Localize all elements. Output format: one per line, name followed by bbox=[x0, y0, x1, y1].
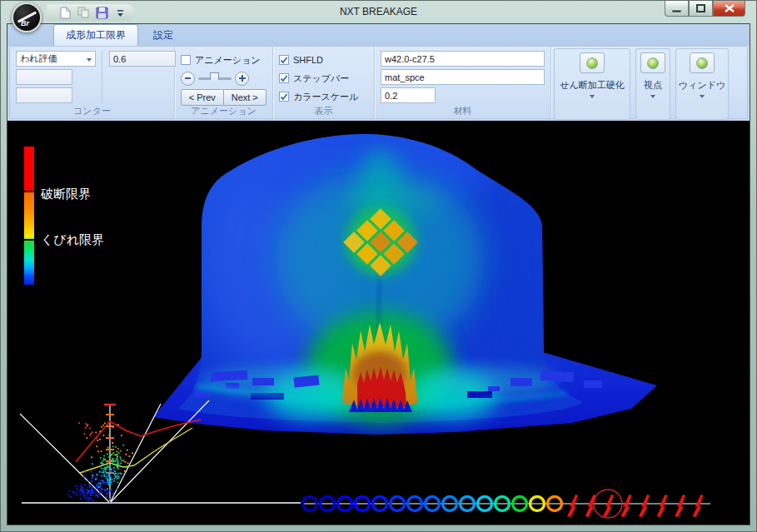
contour-shading bbox=[195, 131, 602, 425]
animation-slider-thumb[interactable] bbox=[210, 72, 219, 84]
legend-label-fracture: 破断限界 bbox=[40, 186, 91, 201]
contour-threshold-field[interactable] bbox=[109, 51, 176, 67]
colorscale-checkbox-label: カラースケール bbox=[293, 91, 358, 103]
next-step-button[interactable]: Next > bbox=[224, 89, 267, 106]
color-scale-legend: 破断限界 くびれ限界 bbox=[24, 147, 104, 285]
app-window: NXT BREAKAGE Br bbox=[0, 0, 757, 532]
chevron-down-icon bbox=[700, 95, 705, 98]
material-thickness-field[interactable] bbox=[381, 87, 436, 103]
title-bar[interactable]: NXT BREAKAGE Br bbox=[1, 1, 756, 23]
shfld-checkbox-label: SHFLD bbox=[293, 55, 323, 65]
chevron-down-icon bbox=[590, 95, 595, 98]
3d-viewport[interactable]: 破断限界 くびれ限界 bbox=[7, 121, 750, 525]
shfld-checkbox[interactable] bbox=[279, 55, 289, 65]
app-logo-text: Br bbox=[21, 19, 29, 27]
crack-step-icon[interactable] bbox=[657, 495, 668, 517]
step-bar[interactable] bbox=[302, 490, 710, 518]
crack-step-icon[interactable] bbox=[675, 495, 685, 517]
tool-label: せん断加工硬化 bbox=[560, 79, 625, 92]
legend-gradient-bar bbox=[24, 147, 34, 285]
contour-empty-field-1[interactable] bbox=[16, 69, 72, 85]
animation-speed-minus-button[interactable] bbox=[181, 72, 195, 86]
save-icon[interactable] bbox=[95, 6, 108, 19]
quick-access-toolbar bbox=[46, 3, 136, 22]
crack-step-icon[interactable] bbox=[639, 495, 650, 517]
deformed-part-surface[interactable] bbox=[153, 131, 657, 435]
scene-svg[interactable]: 破断限界 くびれ限界 bbox=[7, 121, 751, 526]
group-label-display: 表示 bbox=[273, 105, 374, 117]
prev-step-button[interactable]: < Prev bbox=[181, 89, 224, 106]
contour-empty-field-2[interactable] bbox=[16, 87, 72, 103]
tab-settings[interactable]: 設定 bbox=[142, 25, 185, 46]
tool-button-face[interactable] bbox=[640, 52, 665, 73]
tool-button-face[interactable] bbox=[690, 52, 715, 73]
stepbar-checkbox-label: ステップバー bbox=[293, 72, 349, 85]
animation-speed-plus-button[interactable] bbox=[235, 72, 249, 86]
ribbon: 成形加工限界 設定 われ評価 bbox=[7, 24, 750, 121]
tool-label: ウィンドウ bbox=[679, 79, 725, 92]
qat-dropdown-icon[interactable] bbox=[113, 6, 127, 19]
chevron-down-icon bbox=[87, 58, 92, 62]
colorscale-checkbox[interactable] bbox=[279, 92, 289, 102]
contour-mode-value: われ評価 bbox=[20, 52, 57, 65]
chevron-down-icon bbox=[650, 95, 655, 98]
window-tool-button[interactable]: ウィンドウ bbox=[675, 48, 729, 120]
legend-label-necking: くびれ限界 bbox=[41, 232, 104, 246]
contour-mode-dropdown[interactable]: われ評価 bbox=[16, 51, 96, 67]
new-document-icon[interactable] bbox=[58, 6, 72, 19]
green-orb-icon bbox=[696, 57, 708, 69]
group-label-animation: アニメーション bbox=[175, 105, 272, 117]
stepbar-checkbox[interactable] bbox=[279, 73, 289, 83]
tool-button-face[interactable] bbox=[580, 52, 605, 73]
animation-checkbox-label: アニメーション bbox=[195, 54, 261, 67]
group-contour: われ評価 コンター bbox=[10, 47, 175, 118]
tool-label: 視点 bbox=[644, 79, 662, 92]
group-animation: アニメーション < Prev bbox=[175, 47, 273, 118]
group-label-contour: コンター bbox=[10, 105, 174, 117]
window-controls bbox=[665, 1, 745, 17]
application-menu-button[interactable]: Br bbox=[12, 2, 42, 32]
material-name-field[interactable] bbox=[381, 51, 545, 67]
ribbon-body: われ評価 コンター アニメーション bbox=[9, 46, 748, 119]
animation-checkbox[interactable] bbox=[181, 55, 191, 65]
minimize-button[interactable] bbox=[665, 1, 689, 17]
copy-icon[interactable] bbox=[77, 6, 90, 19]
group-label-material: 材料 bbox=[375, 105, 550, 117]
material-spec-field[interactable] bbox=[381, 69, 545, 85]
shear-work-hardening-button[interactable]: せん断加工硬化 bbox=[554, 48, 630, 120]
green-orb-icon bbox=[586, 57, 598, 69]
ribbon-tab-row: 成形加工限界 設定 bbox=[7, 24, 750, 46]
tab-forming-limit[interactable]: 成形加工限界 bbox=[53, 24, 138, 46]
group-display: SHFLD ステップバー カラースケール 表示 bbox=[273, 47, 375, 118]
crack-step-icon[interactable] bbox=[567, 495, 578, 517]
crack-step-icon[interactable] bbox=[603, 495, 614, 517]
group-material: 材料 bbox=[375, 47, 551, 118]
viewpoint-button[interactable]: 視点 bbox=[635, 48, 670, 120]
close-button[interactable] bbox=[713, 1, 745, 17]
crack-step-icon[interactable] bbox=[693, 495, 704, 517]
client-area: 成形加工限界 設定 われ評価 bbox=[7, 23, 750, 525]
animation-slider[interactable] bbox=[198, 77, 232, 80]
maximize-button[interactable] bbox=[689, 1, 713, 17]
green-orb-icon bbox=[647, 57, 659, 69]
